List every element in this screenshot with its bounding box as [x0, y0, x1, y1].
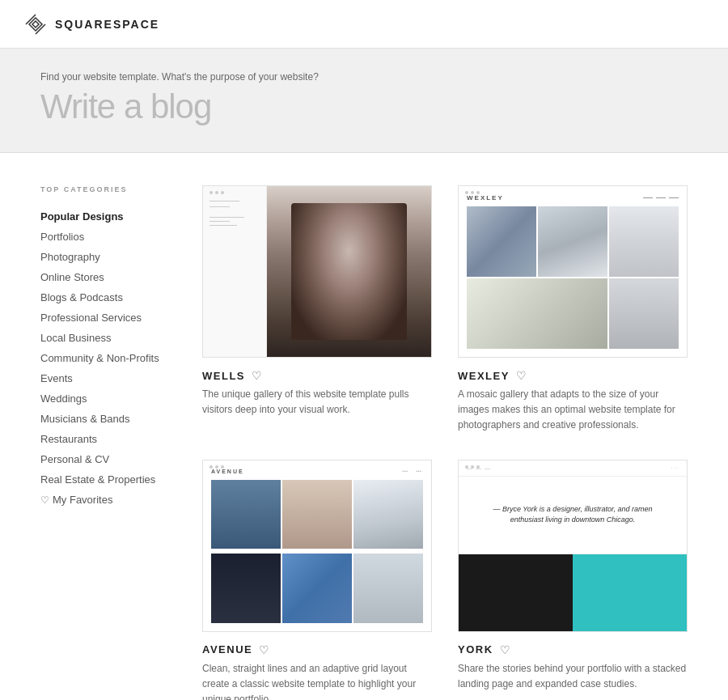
header: SQUARESPACE: [0, 0, 728, 49]
wells-line4: [210, 221, 230, 222]
wexley-preview-inner: WEXLEY: [459, 186, 687, 357]
wexley-cell-3: [609, 206, 679, 277]
wexley-cell-4: [467, 278, 607, 349]
wells-favorite-button[interactable]: ♡: [252, 369, 262, 382]
avenue-preview[interactable]: AVENUE ⋯ ⋯: [202, 460, 432, 632]
avenue-grid-top: [211, 480, 423, 549]
sidebar-item-online-stores[interactable]: Online Stores: [40, 267, 170, 287]
squarespace-logo-icon: [24, 13, 47, 36]
avenue-description: Clean, straight lines and an adaptive gr…: [202, 661, 432, 700]
avenue-preview-inner: AVENUE ⋯ ⋯: [203, 460, 431, 631]
sidebar-item-events[interactable]: Events: [40, 368, 170, 388]
dot2: [215, 465, 218, 469]
heart-icon-small: ♡: [40, 494, 49, 506]
wexley-preview[interactable]: WEXLEY: [458, 185, 688, 358]
sidebar: TOP CATEGORIES Popular Designs Portfolio…: [40, 185, 170, 700]
sidebar-item-musicians[interactable]: Musicians & Bands: [40, 409, 170, 429]
dot1: [210, 191, 213, 194]
sidebar-item-weddings[interactable]: Weddings: [40, 388, 170, 409]
hero-section: Find your website template. What's the p…: [0, 49, 728, 153]
york-description: Share the stories behind your portfolio …: [458, 661, 688, 692]
york-title: YORK: [458, 643, 493, 655]
sidebar-item-blogs-podcasts[interactable]: Blogs & Podcasts: [40, 287, 170, 308]
wexley-favorite-button[interactable]: ♡: [516, 369, 527, 382]
wexley-cell-2: [538, 206, 607, 277]
dot3: [476, 465, 480, 469]
dot1: [465, 191, 468, 194]
dot2: [471, 465, 474, 469]
wells-portrait-shape: [291, 203, 406, 340]
dot1: [210, 465, 213, 469]
preview-dots: [210, 191, 224, 194]
dot2: [471, 191, 474, 194]
avenue-nav: ⋯ ⋯: [402, 469, 423, 475]
avenue-header: AVENUE ⋯ ⋯: [211, 469, 423, 475]
avenue-favorite-button[interactable]: ♡: [259, 643, 269, 656]
preview-dots: [465, 191, 480, 194]
wells-sidebar-mini: [203, 186, 267, 357]
wexley-header: WEXLEY: [467, 194, 679, 202]
york-preview-inner: — — — · · · — Bryce York is a designer, …: [459, 460, 687, 631]
avenue-nav-item1: ⋯: [402, 469, 409, 475]
sidebar-item-personal-cv[interactable]: Personal & CV: [40, 449, 170, 469]
avenue-cell-2: [282, 480, 352, 549]
wells-line5: [210, 225, 237, 226]
wexley-name-row: WEXLEY ♡: [458, 369, 688, 382]
dot3: [221, 465, 224, 469]
hero-subtitle: Find your website template. What's the p…: [40, 71, 688, 83]
york-preview[interactable]: — — — · · · — Bryce York is a designer, …: [458, 460, 688, 632]
wells-name-row: WELLS ♡: [202, 369, 432, 382]
wexley-nav-dot3: [669, 197, 679, 198]
avenue-cell-4: [211, 554, 281, 623]
sidebar-item-local-business[interactable]: Local Business: [40, 328, 170, 348]
avenue-name-row: AVENUE ♡: [202, 643, 432, 656]
wexley-title: WEXLEY: [458, 370, 510, 382]
templates-grid: WELLS ♡ The unique gallery of this websi…: [202, 185, 688, 700]
sidebar-item-favorites[interactable]: ♡ My Favorites: [40, 490, 170, 510]
avenue-nav-item2: ⋯: [416, 469, 423, 475]
wells-title: WELLS: [202, 370, 245, 382]
logo-text: SQUARESPACE: [55, 18, 159, 31]
york-nav-right: · · ·: [671, 465, 679, 471]
sidebar-item-restaurants[interactable]: Restaurants: [40, 429, 170, 449]
avenue-grid-bottom: [211, 554, 423, 623]
wells-preview[interactable]: [202, 185, 432, 358]
avenue-cell-5: [282, 554, 352, 623]
avenue-cell-3: [353, 480, 423, 549]
sidebar-item-popular[interactable]: Popular Designs: [40, 206, 170, 227]
dot1: [465, 465, 468, 469]
wells-portrait-bg: [267, 186, 431, 357]
wexley-nav-dot2: [656, 197, 666, 198]
wexley-description: A mosaic gallery that adapts to the size…: [458, 387, 688, 434]
wells-description: The unique gallery of this website templ…: [202, 387, 432, 418]
york-header: — — — · · ·: [459, 460, 687, 477]
wexley-image-grid: [467, 206, 679, 349]
sidebar-item-photography[interactable]: Photography: [40, 247, 170, 267]
dot2: [215, 191, 218, 194]
sidebar-item-portfolios[interactable]: Portfolios: [40, 227, 170, 247]
sidebar-item-professional-services[interactable]: Professional Services: [40, 308, 170, 328]
sidebar-item-real-estate[interactable]: Real Estate & Properties: [40, 469, 170, 490]
template-card-wells: WELLS ♡ The unique gallery of this websi…: [202, 185, 432, 434]
main-content: TOP CATEGORIES Popular Designs Portfolio…: [0, 153, 728, 700]
wexley-nav: [643, 197, 679, 198]
sidebar-item-community[interactable]: Community & Non-Profits: [40, 348, 170, 368]
dot3: [476, 191, 480, 194]
york-favorite-button[interactable]: ♡: [500, 643, 510, 656]
york-black-panel: [459, 554, 573, 631]
dot3: [221, 191, 224, 194]
template-card-wexley: WEXLEY: [458, 185, 688, 434]
wells-line2: [210, 206, 230, 207]
wexley-nav-dot1: [643, 197, 653, 198]
template-card-avenue: AVENUE ⋯ ⋯: [202, 460, 432, 700]
wexley-cell-1: [467, 206, 536, 277]
york-quote-text: — Bryce York is a designer, illustrator,…: [485, 504, 660, 526]
logo[interactable]: SQUARESPACE: [24, 13, 159, 36]
wells-line1: [210, 201, 239, 202]
avenue-title: AVENUE: [202, 643, 252, 655]
wells-line3: [210, 217, 244, 218]
york-name-row: YORK ♡: [458, 643, 688, 656]
wexley-cell-5: [609, 278, 679, 349]
template-card-york: — — — · · · — Bryce York is a designer, …: [458, 460, 688, 700]
avenue-cell-6: [353, 554, 423, 623]
